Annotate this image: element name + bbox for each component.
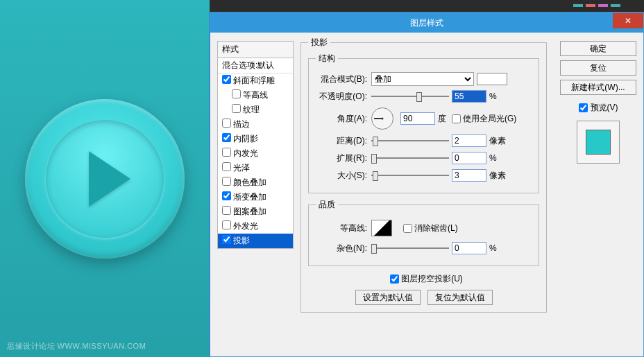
size-row: 大小(S): 像素: [316, 168, 532, 182]
percent-unit-2: %: [489, 153, 510, 163]
quality-legend: 品质: [316, 199, 338, 211]
noise-row: 杂色(N): %: [316, 241, 532, 255]
spread-input[interactable]: [452, 152, 486, 164]
angle-label: 角度(A):: [316, 113, 371, 125]
style-item-gradient-overlay[interactable]: 渐变叠加: [218, 190, 293, 204]
style-item-pattern-overlay[interactable]: 图案叠加: [218, 204, 293, 219]
antialias-label[interactable]: 消除锯齿(L): [403, 223, 458, 234]
app-toolbar-strip: [210, 0, 644, 12]
antialias-checkbox[interactable]: [403, 224, 412, 233]
play-icon: [89, 151, 130, 207]
right-column: 确定 复位 新建样式(W)... 预览(V): [560, 41, 636, 164]
drop-shadow-fieldset: 投影 结构 混合模式(B): 叠加 不透明度(O): %: [300, 37, 547, 313]
preview-swatch: [586, 130, 611, 155]
bevel-checkbox[interactable]: [222, 75, 231, 84]
satin-checkbox[interactable]: [222, 162, 231, 171]
spread-row: 扩展(R): %: [316, 151, 532, 165]
palette-swatches: [573, 4, 620, 7]
distance-label: 距离(D):: [316, 135, 371, 147]
outer-glow-checkbox[interactable]: [222, 220, 231, 229]
pattern-overlay-checkbox[interactable]: [222, 206, 231, 215]
quality-fieldset: 品质 等高线: 消除锯齿(L) 杂色(N): %: [308, 199, 539, 266]
structure-fieldset: 结构 混合模式(B): 叠加 不透明度(O): % 角度(A):: [308, 53, 539, 193]
style-item-bevel[interactable]: 斜面和浮雕: [218, 73, 293, 88]
angle-row: 角度(A): 度 使用全局光(G): [316, 107, 532, 130]
drop-shadow-checkbox[interactable]: [222, 235, 231, 244]
panel-title: 投影: [308, 37, 330, 49]
styles-header[interactable]: 样式: [217, 41, 294, 58]
structure-legend: 结构: [316, 53, 338, 64]
global-light-checkbox[interactable]: [452, 114, 461, 123]
noise-input[interactable]: [452, 242, 486, 254]
spread-label: 扩展(R):: [316, 153, 371, 164]
size-label: 大小(S):: [316, 170, 371, 182]
color-overlay-checkbox[interactable]: [222, 177, 231, 186]
opacity-label: 不透明度(O):: [316, 91, 371, 103]
stroke-checkbox[interactable]: [222, 119, 231, 128]
blend-mode-row: 混合模式(B): 叠加: [316, 72, 532, 86]
gradient-overlay-checkbox[interactable]: [222, 191, 231, 200]
default-buttons-row: 设置为默认值 复位为默认值: [308, 290, 539, 305]
preview-box: [577, 121, 620, 164]
blend-mode-label: 混合模式(B):: [316, 73, 371, 85]
degree-unit: 度: [438, 113, 446, 125]
style-item-satin[interactable]: 光泽: [218, 161, 293, 175]
close-button[interactable]: ✕: [613, 13, 643, 28]
opacity-row: 不透明度(O): %: [316, 89, 532, 103]
style-item-color-overlay[interactable]: 颜色叠加: [218, 175, 293, 190]
watermark-text: 思缘设计论坛 WWW.MISSYUAN.COM: [7, 341, 146, 351]
size-slider[interactable]: [371, 171, 449, 180]
style-item-inner-shadow[interactable]: 内阴影: [218, 132, 293, 146]
distance-slider[interactable]: [371, 136, 449, 146]
inner-shadow-checkbox[interactable]: [222, 133, 231, 142]
opacity-input[interactable]: [452, 90, 486, 103]
inner-glow-checkbox[interactable]: [222, 148, 231, 157]
options-column: 投影 结构 混合模式(B): 叠加 不透明度(O): %: [300, 37, 547, 318]
angle-input[interactable]: [400, 112, 435, 125]
blend-options-item[interactable]: 混合选项:默认: [218, 58, 293, 73]
style-item-contour[interactable]: 等高线: [218, 88, 293, 103]
angle-dial[interactable]: [371, 107, 393, 130]
contour-checkbox[interactable]: [232, 89, 241, 98]
style-item-drop-shadow[interactable]: 投影: [218, 234, 293, 248]
knockout-checkbox[interactable]: [390, 275, 399, 284]
dialog-titlebar[interactable]: 图层样式 ✕: [210, 13, 643, 33]
px-unit-2: 像素: [489, 170, 510, 182]
opacity-slider[interactable]: [371, 92, 449, 101]
global-light-label[interactable]: 使用全局光(G): [452, 113, 516, 125]
contour-picker[interactable]: [371, 220, 392, 236]
dialog-title: 图层样式: [410, 17, 443, 29]
style-item-outer-glow[interactable]: 外发光: [218, 219, 293, 234]
new-style-button[interactable]: 新建样式(W)...: [560, 80, 636, 95]
noise-label: 杂色(N):: [316, 243, 371, 254]
distance-row: 距离(D): 像素: [316, 134, 532, 148]
blend-mode-select[interactable]: 叠加: [371, 72, 474, 86]
texture-checkbox[interactable]: [232, 104, 241, 113]
preview-label[interactable]: 预览(V): [560, 102, 636, 114]
size-input[interactable]: [452, 169, 486, 182]
style-item-stroke[interactable]: 描边: [218, 117, 293, 132]
px-unit-1: 像素: [489, 135, 510, 147]
styles-list: 混合选项:默认 斜面和浮雕 等高线 纹理 描边 内阴影 内发光 光泽 颜色叠加 …: [217, 58, 294, 249]
play-button-outer: [25, 99, 185, 259]
noise-slider[interactable]: [371, 243, 449, 253]
make-default-button[interactable]: 设置为默认值: [355, 290, 421, 305]
preview-checkbox[interactable]: [579, 103, 588, 112]
canvas-preview: 思缘设计论坛 WWW.MISSYUAN.COM: [0, 0, 210, 357]
ok-button[interactable]: 确定: [560, 41, 636, 56]
percent-unit-3: %: [489, 243, 510, 253]
style-item-texture[interactable]: 纹理: [218, 103, 293, 117]
spread-slider[interactable]: [371, 153, 449, 163]
style-item-inner-glow[interactable]: 内发光: [218, 146, 293, 161]
percent-unit: %: [489, 92, 510, 101]
cancel-button[interactable]: 复位: [560, 60, 636, 76]
play-button-inner: [46, 120, 164, 238]
distance-input[interactable]: [452, 134, 486, 147]
reset-default-button[interactable]: 复位为默认值: [427, 290, 493, 305]
close-icon: ✕: [625, 16, 632, 26]
styles-column: 样式 混合选项:默认 斜面和浮雕 等高线 纹理 描边 内阴影 内发光 光泽 颜色…: [217, 41, 294, 249]
contour-label: 等高线:: [316, 223, 371, 234]
knockout-row: 图层挖空投影(U): [308, 272, 539, 286]
shadow-color-swatch[interactable]: [477, 73, 507, 85]
knockout-label[interactable]: 图层挖空投影(U): [390, 273, 463, 285]
